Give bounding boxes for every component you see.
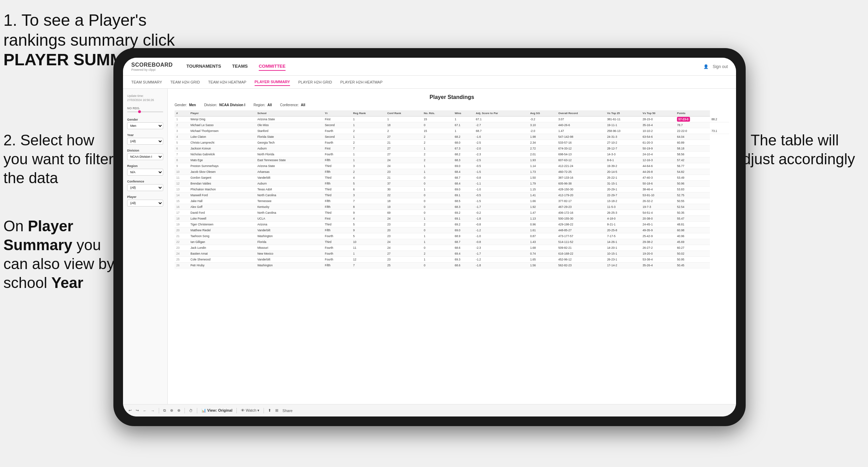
tablet: SCOREBOARD Powered by clippi TOURNAMENTS…: [113, 48, 746, 426]
sub-nav: TEAM SUMMARY TEAM H2H GRID TEAM H2H HEAT…: [123, 76, 736, 89]
filter-row: Gender: Men Division: NCAA Division I Re…: [175, 103, 729, 107]
table-row[interactable]: 9Preston SummerhaysArizona StateThird324…: [175, 163, 729, 169]
clock-btn[interactable]: ⏱: [189, 409, 193, 413]
no-rds-section: No Rds.: [127, 107, 163, 112]
standings-table: # Player School Yr Reg Rank Conf Rank No…: [175, 110, 729, 268]
filter-division: Division: NCAA Division I: [204, 103, 245, 107]
table-row[interactable]: 5Christo LamprechtGeorgia TechFourth2212…: [175, 140, 729, 146]
logo-area: SCOREBOARD Powered by clippi: [131, 62, 173, 71]
sign-out-link[interactable]: Sign out: [713, 64, 728, 69]
watch-btn[interactable]: 👁 Watch ▾: [241, 408, 259, 413]
forward-btn[interactable]: →: [151, 409, 155, 413]
gender-control: Gender Men: [127, 118, 163, 129]
region-select[interactable]: N/A: [127, 169, 163, 176]
col-school: School: [256, 110, 323, 116]
nav-tournaments[interactable]: TOURNAMENTS: [187, 62, 221, 71]
col-yr: Yr: [323, 110, 351, 116]
col-adj-score: Adj. Score to Par: [474, 110, 528, 116]
table-area: Player Standings Gender: Men Division: N…: [168, 89, 736, 404]
subnav-team-h2h-grid[interactable]: TEAM H2H GRID: [170, 79, 200, 86]
divider-5: [264, 408, 264, 413]
col-conf-rank: Conf Rank: [386, 110, 422, 116]
app-header: SCOREBOARD Powered by clippi TOURNAMENTS…: [123, 58, 736, 76]
main-content: Update time: 27/03/2024 16:56:26 No Rds.…: [123, 89, 736, 404]
table-row[interactable]: 24Bastien AmatNew MexicoFourth127269.4-1…: [175, 251, 729, 257]
filter-conference: Conference: All: [280, 103, 305, 107]
region-label: Region: [127, 164, 163, 168]
annotation-step3: 3. The table will adjust accordingly: [734, 131, 858, 168]
grid-btn[interactable]: ⊞: [275, 408, 278, 413]
no-rds-slider[interactable]: [127, 111, 163, 112]
table-row[interactable]: 14Maxwell FordNorth CarolinaThird322069.…: [175, 192, 729, 198]
paste2-btn[interactable]: ⊕: [177, 408, 180, 413]
table-row[interactable]: 15Jake HallTennesseeFifth718068.5-1.51.6…: [175, 198, 729, 204]
player-select[interactable]: (All): [127, 200, 163, 207]
subnav-team-summary[interactable]: TEAM SUMMARY: [131, 79, 162, 86]
table-row[interactable]: 10Jacob Skov OlesenArkansasFifth223168.4…: [175, 169, 729, 175]
undo-btn[interactable]: ↩: [129, 408, 132, 413]
table-row[interactable]: 4Luke ClatonFlorida StateSecond127268.2-…: [175, 134, 729, 140]
back-btn[interactable]: ←: [143, 409, 147, 413]
player-control: Player (All): [127, 195, 163, 207]
divider-1: [159, 408, 159, 413]
gender-label: Gender: [127, 118, 163, 121]
col-player: Player: [189, 110, 256, 116]
paste-btn[interactable]: ⊕: [170, 408, 173, 413]
user-icon: 👤: [703, 64, 709, 69]
subnav-player-h2h-heatmap[interactable]: PLAYER H2H HEATMAP: [340, 79, 382, 86]
table-row[interactable]: 23Jack LundinMissouriFourth1124068.6-2.3…: [175, 245, 729, 251]
division-select[interactable]: NCAA Division I: [127, 153, 163, 160]
table-row[interactable]: 19Tiger ChristensenArizonaThird523269.2-…: [175, 222, 729, 227]
table-row[interactable]: 26Petr HrubyWashingtonFifth725068.6-1.81…: [175, 263, 729, 268]
subnav-player-h2h-grid[interactable]: PLAYER H2H GRID: [298, 79, 332, 86]
update-time: Update time: 27/03/2024 16:56:26: [127, 94, 163, 102]
col-avg-sg: Avg SG: [528, 110, 557, 116]
table-row[interactable]: 13Phichaksn MaichonTexas A&MThird630169.…: [175, 187, 729, 192]
conference-control: Conference (All): [127, 180, 163, 191]
main-nav: TOURNAMENTS TEAMS COMMITTEE: [187, 62, 703, 71]
col-wins: Wins: [453, 110, 474, 116]
table-row[interactable]: 12Brendan ValdesAuburnFifth537068.4-1.11…: [175, 181, 729, 187]
view-original-btn[interactable]: 📊 View: Original: [201, 408, 232, 413]
col-reg-rank: Reg Rank: [352, 110, 386, 116]
share-btn[interactable]: Share: [282, 409, 292, 413]
filter-region: Region: All: [254, 103, 272, 107]
filter-gender: Gender: Men: [175, 103, 196, 107]
divider-4: [236, 408, 237, 413]
table-row[interactable]: 1Wenyi DingArizona StateFirst1115167.1-3…: [175, 116, 729, 122]
header-right: 👤 Sign out: [703, 64, 728, 69]
table-row[interactable]: 3Michael ThorbjornsenStanfordFourth22151…: [175, 128, 729, 134]
conference-label: Conference: [127, 180, 163, 183]
subnav-team-h2h-heatmap[interactable]: TEAM H2H HEATMAP: [208, 79, 246, 86]
table-row[interactable]: 8Mats EgeEast Tennessee StateFifth124268…: [175, 157, 729, 163]
gender-select[interactable]: Men: [127, 122, 163, 129]
export-btn[interactable]: ⬆: [268, 408, 271, 413]
table-row[interactable]: 18Luke PowellUCLAFirst424169.1-1.81.1350…: [175, 216, 729, 222]
copy-btn[interactable]: ⧉: [163, 408, 166, 413]
col-rank: #: [175, 110, 189, 116]
table-row[interactable]: 25Cole SherwoodVanderbiltFourth1223169.3…: [175, 257, 729, 263]
divider-2: [185, 408, 185, 413]
division-label: Division: [127, 149, 163, 152]
subnav-player-summary[interactable]: PLAYER SUMMARY: [255, 78, 290, 86]
tablet-screen: SCOREBOARD Powered by clippi TOURNAMENTS…: [123, 58, 736, 416]
nav-teams[interactable]: TEAMS: [232, 62, 248, 71]
table-row[interactable]: 2Michael Le SassoOle MissSecond118067.1-…: [175, 122, 729, 128]
table-row[interactable]: 6Jackson KoivunAuburnFirst727167.3-2.02.…: [175, 146, 729, 152]
redo-btn[interactable]: ↪: [136, 408, 139, 413]
conference-select[interactable]: (All): [127, 184, 163, 191]
year-select[interactable]: (All): [127, 138, 163, 145]
divider-3: [197, 408, 197, 413]
table-row[interactable]: 11Gordon SargentVanderbiltThird421068.7-…: [175, 175, 729, 181]
table-row[interactable]: 17David FordNorth CarolinaThird969069.2-…: [175, 210, 729, 216]
player-label: Player: [127, 195, 163, 199]
division-control: Division NCAA Division I: [127, 149, 163, 160]
table-row[interactable]: 21Taehoon SongWashingtonFourth523168.9-1…: [175, 233, 729, 239]
col-vs-top25: Vs Top 25: [605, 110, 641, 116]
table-row[interactable]: 22Ian GilliganFloridaThird1024168.7-0.81…: [175, 239, 729, 245]
table-row[interactable]: 20Matthew RiedelVanderbiltFifth920069.0-…: [175, 227, 729, 233]
table-row[interactable]: 16Alex GoffKentuckyFifth819068.3-1.71.92…: [175, 204, 729, 210]
toolbar-bottom: ↩ ↪ ← → ⧉ ⊕ ⊕ ⏱ 📊 View: Original 👁 Watch…: [123, 404, 736, 416]
nav-committee[interactable]: COMMITTEE: [259, 62, 286, 71]
table-row[interactable]: 7Nicholas GabrelcikNorth FloridaFourth12…: [175, 152, 729, 157]
